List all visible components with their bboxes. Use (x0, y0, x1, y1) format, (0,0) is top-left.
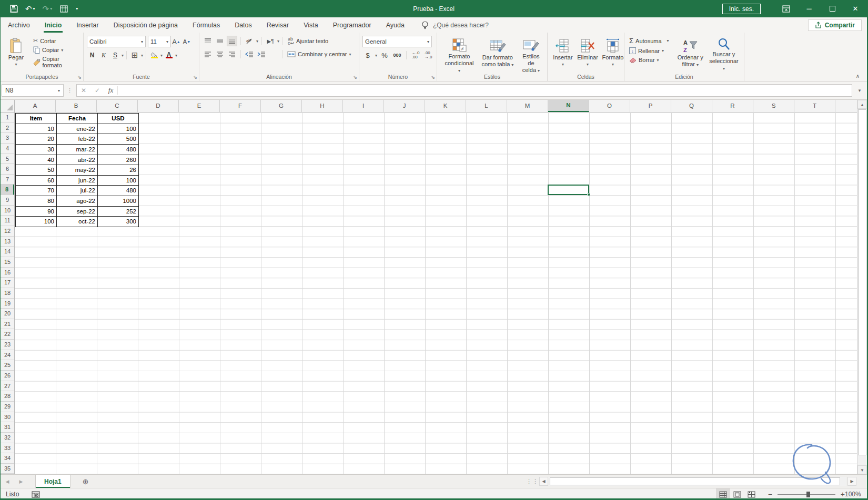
table-cell[interactable]: 26 (98, 165, 139, 176)
column-header-H[interactable]: H (302, 100, 343, 112)
cut-button[interactable]: ✂Cortar (32, 37, 81, 45)
row-header-32[interactable]: 32 (1, 433, 14, 443)
table-cell[interactable]: sep-22 (57, 207, 98, 217)
autosum-button[interactable]: ΣAutosuma▾ (628, 36, 671, 45)
table-cell[interactable]: 20 (16, 134, 57, 145)
row-header-28[interactable]: 28 (1, 391, 14, 402)
select-all-corner[interactable] (1, 100, 15, 113)
redo-dropdown-icon[interactable]: ▾ (50, 6, 52, 11)
row-header-22[interactable]: 22 (1, 329, 14, 340)
column-header-K[interactable]: K (425, 100, 466, 112)
row-header-25[interactable]: 25 (1, 360, 14, 371)
tell-me-search[interactable]: ¿Qué desea hacer? (412, 17, 489, 33)
zoom-slider[interactable] (778, 494, 835, 495)
table-cell[interactable]: abr-22 (57, 155, 98, 166)
underline-dropdown-icon[interactable]: ▾ (122, 53, 124, 58)
font-dialog-launcher[interactable]: ⇘ (193, 75, 197, 80)
font-color-dropdown-icon[interactable]: ▾ (175, 53, 177, 58)
orientation-icon[interactable]: ab (244, 36, 255, 46)
decrease-decimal-icon[interactable]: .00→.0 (423, 50, 433, 60)
table-cell[interactable]: 80 (16, 196, 57, 207)
table-cell[interactable]: 480 (98, 145, 139, 155)
row-header-1[interactable]: 1 (1, 113, 14, 123)
row-header-27[interactable]: 27 (1, 381, 14, 392)
redo-button[interactable]: ↷▾ (43, 4, 53, 14)
conditional-formatting-button[interactable]: ≠ Formato condicional ▾ (440, 36, 478, 72)
tab-vista[interactable]: Vista (296, 17, 326, 33)
row-header-31[interactable]: 31 (1, 422, 14, 433)
column-header-D[interactable]: D (138, 100, 179, 112)
clear-button[interactable]: Borrar▾ (628, 56, 671, 64)
table-cell[interactable]: 480 (98, 186, 139, 196)
collapse-ribbon-icon[interactable]: ∧ (856, 73, 860, 79)
horizontal-scrollbar[interactable] (549, 477, 846, 486)
table-cell[interactable]: 70 (16, 186, 57, 196)
tab-archivo[interactable]: Archivo (1, 17, 37, 33)
column-header-O[interactable]: O (589, 100, 630, 112)
column-header-partial[interactable] (835, 100, 857, 112)
table-cell[interactable]: 1000 (98, 196, 139, 207)
merge-center-button[interactable]: Combinar y centrar▾ (286, 50, 353, 58)
zoom-in-icon[interactable]: + (841, 490, 845, 498)
table-cell[interactable]: Fecha (57, 114, 98, 124)
row-header-13[interactable]: 13 (1, 237, 14, 247)
fill-color-icon[interactable] (149, 50, 159, 60)
align-left-icon[interactable] (203, 49, 213, 59)
row-header-19[interactable]: 19 (1, 299, 14, 309)
align-right-icon[interactable] (227, 49, 237, 59)
cell-styles-button[interactable]: Estilos de celda ▾ (517, 36, 545, 72)
row-header-9[interactable]: 9 (1, 195, 14, 206)
tab-insertar[interactable]: Insertar (69, 17, 106, 33)
close-button[interactable]: ✕ (844, 0, 867, 17)
bold-button[interactable]: N (87, 50, 97, 60)
borders-dropdown-icon[interactable]: ▾ (141, 53, 143, 58)
column-header-F[interactable]: F (220, 100, 261, 112)
sort-filter-button[interactable]: AZ Ordenar y filtrar ▾ (675, 36, 706, 72)
format-cells-button[interactable]: Formato▾ (600, 36, 625, 72)
borders-icon[interactable]: ⊞ (129, 50, 140, 60)
cancel-entry-icon[interactable]: ✕ (77, 87, 90, 94)
text-direction-dropdown-icon[interactable]: ▾ (277, 39, 279, 44)
currency-dropdown-icon[interactable]: ▾ (375, 53, 377, 58)
view-normal-icon[interactable] (716, 488, 730, 500)
row-header-24[interactable]: 24 (1, 350, 14, 361)
insert-cells-button[interactable]: Insertar▾ (551, 36, 575, 72)
alignment-dialog-launcher[interactable]: ⇘ (353, 75, 357, 80)
column-header-G[interactable]: G (261, 100, 302, 112)
copy-button[interactable]: Copiar▾ (32, 46, 81, 54)
align-bottom-icon[interactable] (227, 36, 237, 46)
column-header-E[interactable]: E (179, 100, 220, 112)
orientation-dropdown-icon[interactable]: ▾ (256, 39, 258, 44)
tab-f-rmulas[interactable]: Fórmulas (185, 17, 227, 33)
row-header-29[interactable]: 29 (1, 402, 14, 412)
italic-button[interactable]: K (98, 50, 109, 60)
column-header-L[interactable]: L (466, 100, 507, 112)
column-header-J[interactable]: J (384, 100, 425, 112)
row-header-5[interactable]: 5 (1, 154, 14, 165)
table-cell[interactable]: 500 (98, 134, 139, 145)
text-direction-icon[interactable]: ▶¶ (265, 36, 276, 46)
row-header-2[interactable]: 2 (1, 123, 14, 134)
scroll-down-icon[interactable]: ▼ (857, 465, 867, 474)
fill-button[interactable]: ↓Rellenar▾ (628, 47, 671, 55)
vertical-scrollbar[interactable]: ▲ ▼ (857, 100, 867, 474)
ribbon-display-options-icon[interactable] (774, 0, 798, 17)
save-icon[interactable] (10, 5, 18, 13)
row-header-12[interactable]: 12 (1, 226, 14, 237)
tab-programador[interactable]: Programador (326, 17, 379, 33)
column-header-I[interactable]: I (343, 100, 384, 112)
row-header-14[interactable]: 14 (1, 247, 14, 257)
next-sheet-icon[interactable]: ▶ (14, 475, 28, 488)
table-cell[interactable]: mar-22 (57, 145, 98, 155)
touch-mouse-mode-icon[interactable] (59, 5, 68, 13)
align-middle-icon[interactable] (215, 36, 225, 46)
hscroll-left-icon[interactable]: ◀ (539, 477, 548, 486)
zoom-out-icon[interactable]: − (768, 490, 772, 498)
table-cell[interactable]: 100 (98, 124, 139, 135)
row-header-18[interactable]: 18 (1, 288, 14, 299)
row-header-6[interactable]: 6 (1, 164, 14, 175)
fill-color-dropdown-icon[interactable]: ▾ (160, 53, 163, 58)
row-header-33[interactable]: 33 (1, 443, 14, 454)
find-select-button[interactable]: Buscar y seleccionar ▾ (706, 36, 742, 72)
table-cell[interactable]: 40 (16, 155, 57, 166)
